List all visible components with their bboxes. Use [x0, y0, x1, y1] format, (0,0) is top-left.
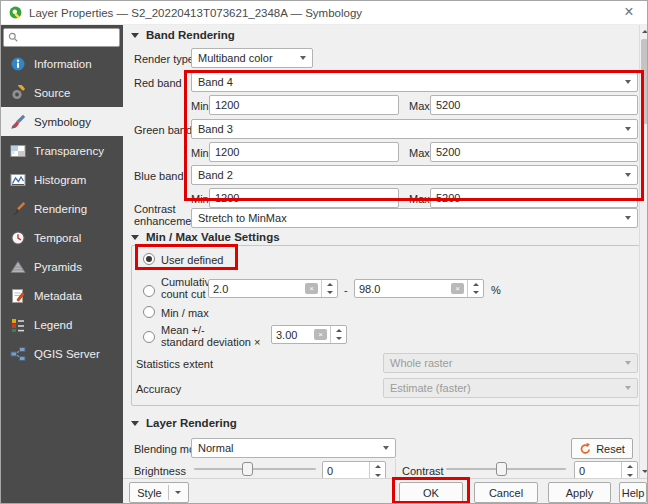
ok-label: OK [423, 487, 439, 499]
blending-mode-value: Normal [198, 442, 233, 454]
close-icon[interactable]: × [618, 2, 640, 24]
blue-max-value: 5200 [436, 192, 460, 204]
cumulative-high-spinbox[interactable]: 98.0 × [354, 279, 484, 298]
sidebar-item-information[interactable]: Information [1, 49, 123, 78]
sidebar-item-temporal[interactable]: Temporal [1, 223, 123, 252]
green-max-input[interactable]: 5200 [430, 142, 638, 162]
spin-down-icon[interactable] [375, 474, 381, 477]
spinner-buttons[interactable] [330, 326, 346, 343]
sidebar-item-label: Rendering [34, 203, 87, 215]
symbology-panel: Band Rendering Render type Multiband col… [123, 25, 648, 478]
sidebar-search[interactable] [3, 28, 120, 47]
metadata-icon [10, 288, 26, 304]
accuracy-value: Estimate (faster) [390, 382, 471, 394]
statistics-extent-value: Whole raster [390, 357, 452, 369]
symbology-icon [10, 114, 26, 130]
spin-up-icon[interactable] [327, 283, 333, 286]
sidebar-item-label: Information [34, 58, 92, 70]
render-type-dropdown[interactable]: Multiband color [191, 48, 313, 68]
spin-up-icon[interactable] [473, 283, 479, 286]
mean-std-spinbox[interactable]: 3.00 × [271, 325, 347, 344]
temporal-icon [10, 230, 26, 246]
cumulative-low-spinbox[interactable]: 2.0 × [208, 279, 338, 298]
green-band-value: Band 3 [198, 123, 233, 135]
apply-label: Apply [566, 487, 594, 499]
reset-undo-icon [579, 442, 592, 455]
red-max-input[interactable]: 5200 [430, 95, 638, 115]
sidebar: Information Source Symbology [1, 25, 123, 504]
sidebar-item-histogram[interactable]: Histogram [1, 165, 123, 194]
cancel-label: Cancel [489, 487, 523, 499]
reset-label: Reset [596, 443, 625, 455]
search-input[interactable] [20, 32, 110, 44]
sidebar-item-source[interactable]: Source [1, 78, 123, 107]
slider-track[interactable] [194, 468, 316, 470]
cumulative-count-cut-radio[interactable] [143, 285, 155, 297]
help-button[interactable]: Help [619, 482, 647, 503]
band-rendering-header[interactable]: Band Rendering [131, 29, 235, 41]
style-menu-button[interactable]: Style [129, 482, 189, 503]
spin-up-icon[interactable] [336, 329, 342, 332]
spin-up-icon[interactable] [375, 465, 381, 468]
sidebar-item-label: Symbology [34, 116, 91, 128]
slider-handle[interactable] [496, 462, 507, 476]
sidebar-item-transparency[interactable]: Transparency [1, 136, 123, 165]
cancel-button[interactable]: Cancel [474, 482, 538, 503]
sidebar-item-symbology[interactable]: Symbology [1, 107, 123, 136]
help-label: Help [622, 487, 645, 499]
contrast-enhancement-dropdown[interactable]: Stretch to MinMax [191, 208, 638, 228]
spin-down-icon[interactable] [336, 337, 342, 340]
spin-down-icon[interactable] [473, 291, 479, 294]
blue-band-dropdown[interactable]: Band 2 [191, 165, 638, 185]
slider-handle[interactable] [242, 462, 253, 476]
window-title: Layer Properties — S2_20220413T073621_23… [29, 7, 618, 19]
dialog-button-bar: Style OK Cancel Apply Help [123, 478, 648, 504]
vertical-scrollbar[interactable] [639, 25, 648, 478]
spin-up-icon[interactable] [627, 465, 633, 468]
legend-icon [10, 317, 26, 333]
clear-icon[interactable]: × [305, 283, 318, 294]
apply-button[interactable]: Apply [548, 482, 611, 503]
green-band-dropdown[interactable]: Band 3 [191, 119, 638, 139]
contrast-value: 0 [575, 465, 621, 477]
blue-max-input[interactable]: 5200 [430, 188, 638, 208]
red-min-label: Min [191, 100, 209, 112]
spinner-buttons[interactable] [467, 280, 483, 297]
title-bar: Layer Properties — S2_20220413T073621_23… [1, 1, 647, 25]
scroll-up-icon[interactable] [640, 25, 648, 38]
ok-button[interactable]: OK [399, 482, 463, 503]
scrollbar-thumb[interactable] [641, 39, 648, 124]
mean-std-radio[interactable] [143, 331, 155, 343]
red-min-input[interactable]: 1200 [209, 95, 399, 115]
blue-min-input[interactable]: 1200 [209, 188, 399, 208]
scroll-down-icon[interactable] [640, 465, 648, 478]
sidebar-item-pyramids[interactable]: Pyramids [1, 252, 123, 281]
transparency-icon [10, 143, 26, 159]
reset-button[interactable]: Reset [571, 438, 633, 459]
blue-min-value: 1200 [215, 192, 239, 204]
sidebar-item-rendering[interactable]: Rendering [1, 194, 123, 223]
min-max-settings-header[interactable]: Min / Max Value Settings [131, 231, 280, 243]
user-defined-radio[interactable] [143, 253, 155, 265]
spinner-buttons[interactable] [321, 280, 337, 297]
sidebar-item-label: QGIS Server [34, 348, 100, 360]
sidebar-item-metadata[interactable]: Metadata [1, 281, 123, 310]
blending-mode-dropdown[interactable]: Normal [191, 438, 396, 458]
spin-down-icon[interactable] [327, 291, 333, 294]
green-min-label: Min [191, 147, 209, 159]
mean-std-label-line1: Mean +/- [161, 324, 205, 336]
contrast-slider[interactable] [446, 461, 566, 477]
sidebar-item-qgis-server[interactable]: QGIS Server [1, 339, 123, 368]
statistics-extent-dropdown: Whole raster [383, 353, 638, 373]
min-max-radio[interactable] [143, 306, 155, 318]
sidebar-item-legend[interactable]: Legend [1, 310, 123, 339]
clear-icon[interactable]: × [451, 283, 464, 294]
accuracy-dropdown: Estimate (faster) [383, 378, 638, 398]
green-min-input[interactable]: 1200 [209, 142, 399, 162]
red-band-dropdown[interactable]: Band 4 [191, 72, 638, 92]
layer-rendering-header[interactable]: Layer Rendering [131, 417, 237, 429]
clear-icon[interactable]: × [314, 329, 327, 340]
brightness-slider[interactable] [194, 461, 316, 477]
blue-band-value: Band 2 [198, 169, 233, 181]
spin-down-icon[interactable] [627, 474, 633, 477]
